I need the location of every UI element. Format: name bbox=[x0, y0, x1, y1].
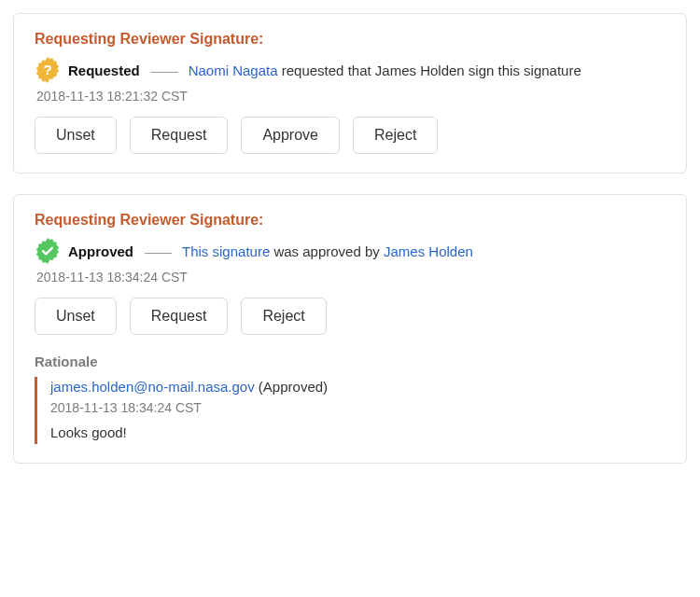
button-row: Unset Request Reject bbox=[35, 298, 665, 335]
timestamp: 2018-11-13 18:21:32 CST bbox=[36, 89, 665, 104]
status-text-segment: requested that James Holden sign this si… bbox=[278, 62, 581, 78]
question-icon: ? bbox=[35, 57, 61, 83]
status-row: ? Requested —— Naomi Nagata requested th… bbox=[35, 57, 665, 83]
rationale-block: james.holden@no-mail.nasa.gov (Approved)… bbox=[35, 377, 665, 444]
request-button[interactable]: Request bbox=[130, 298, 229, 335]
unset-button[interactable]: Unset bbox=[35, 298, 117, 335]
separator: —— bbox=[145, 243, 171, 259]
check-icon bbox=[35, 238, 61, 264]
user-link[interactable]: Naomi Nagata bbox=[189, 62, 278, 78]
signature-card: Requesting Reviewer Signature: Approved … bbox=[13, 194, 687, 464]
timestamp: 2018-11-13 18:34:24 CST bbox=[36, 270, 665, 285]
rationale-author-line: james.holden@no-mail.nasa.gov (Approved) bbox=[50, 379, 665, 395]
request-button[interactable]: Request bbox=[130, 117, 229, 154]
rationale-heading: Rationale bbox=[35, 354, 665, 369]
approve-button[interactable]: Approve bbox=[241, 117, 340, 154]
rationale-timestamp: 2018-11-13 18:34:24 CST bbox=[50, 400, 665, 415]
unset-button[interactable]: Unset bbox=[35, 117, 117, 154]
card-title: Requesting Reviewer Signature: bbox=[35, 31, 665, 48]
button-row: Unset Request Approve Reject bbox=[35, 117, 665, 154]
status-text: This signature was approved by James Hol… bbox=[182, 243, 473, 259]
email-link[interactable]: james.holden@no-mail.nasa.gov bbox=[50, 379, 255, 395]
rationale-status-suffix: (Approved) bbox=[259, 379, 328, 395]
svg-text:?: ? bbox=[43, 62, 51, 77]
status-label: Approved bbox=[68, 243, 133, 259]
status-row: Approved —— This signature was approved … bbox=[35, 238, 665, 264]
signature-link[interactable]: This signature bbox=[182, 243, 270, 259]
status-label: Requested bbox=[68, 62, 140, 78]
rationale-comment: Looks good! bbox=[50, 424, 665, 440]
signature-card: Requesting Reviewer Signature: ? Request… bbox=[13, 13, 687, 174]
separator: —— bbox=[151, 62, 177, 78]
reject-button[interactable]: Reject bbox=[241, 298, 326, 335]
card-title: Requesting Reviewer Signature: bbox=[35, 212, 665, 229]
status-text-segment: was approved by bbox=[270, 243, 384, 259]
reject-button[interactable]: Reject bbox=[353, 117, 438, 154]
user-link[interactable]: James Holden bbox=[384, 243, 473, 259]
status-text: Naomi Nagata requested that James Holden… bbox=[189, 62, 581, 78]
